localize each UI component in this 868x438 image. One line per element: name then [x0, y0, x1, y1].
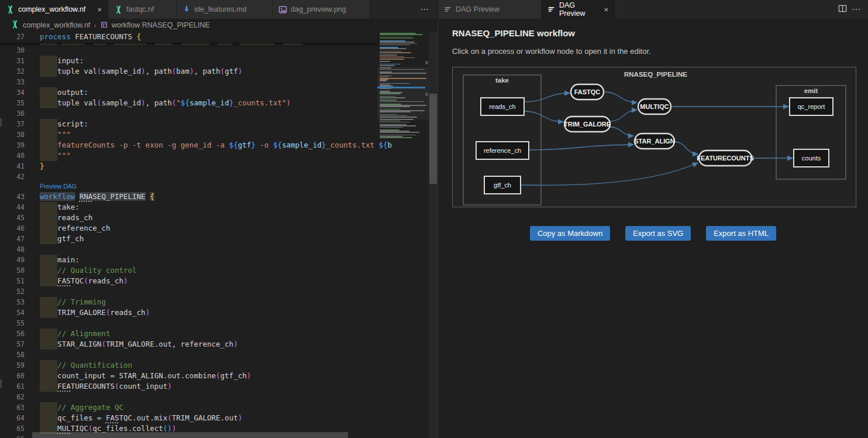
code-text: tuple val(sample_id), path(bam), path(gt… — [40, 66, 242, 77]
code-line[interactable]: 58 — [0, 350, 377, 360]
code-line[interactable]: 32 tuple val(sample_id), path(bam), path… — [0, 66, 377, 77]
code-line[interactable]: 50 // Quality control — [0, 265, 377, 276]
line-number: 62 — [0, 392, 32, 402]
tab-overflow-button[interactable]: ⋯ — [420, 0, 429, 19]
tab-dag-preview-png[interactable]: dag_preview.png — [273, 0, 370, 19]
code-line[interactable]: 62 — [0, 392, 377, 402]
code-line[interactable]: 41} — [0, 161, 377, 172]
code-line[interactable]: 66 — [0, 434, 377, 438]
line-number: 30 — [0, 45, 32, 56]
line-number: 31 — [0, 56, 32, 66]
code-line[interactable]: 36 — [0, 108, 377, 119]
code-line[interactable]: 53 // Trimming — [0, 297, 377, 307]
code-line[interactable]: 49 main: — [0, 255, 377, 265]
vertical-scrollbar-thumb[interactable] — [429, 94, 437, 184]
code-line[interactable]: 42 — [0, 172, 377, 182]
dag-node-featurecounts[interactable]: FEATURECOUNTS — [697, 150, 754, 166]
line-number: 34 — [0, 87, 32, 98]
tab-label: ide_features.md — [194, 5, 247, 13]
tab-dag-preview[interactable]: DAG Preview — [438, 0, 542, 19]
breadcrumb-symbol[interactable]: workflow RNASEQ_PIPELINE — [112, 21, 210, 29]
code-line[interactable]: 44 take: — [0, 202, 377, 213]
code-line[interactable]: 63 // Aggregate QC — [0, 402, 377, 413]
code-lines: 3031 input:32 tuple val(sample_id), path… — [0, 45, 377, 438]
dag-edge — [524, 93, 570, 102]
close-tab-icon[interactable]: × — [92, 5, 102, 14]
tab-label: dag_preview.png — [291, 5, 346, 13]
tab-ide-features-md[interactable]: ide_features.md — [177, 0, 273, 19]
code-text: FASTQC(reads_ch) — [40, 276, 128, 286]
vertical-scrollbar[interactable] — [429, 32, 438, 438]
code-line[interactable]: 38 """ — [0, 129, 377, 140]
code-line[interactable]: 30 — [0, 45, 377, 56]
code-line[interactable]: 60 count_input = STAR_ALIGN.out.combine(… — [0, 371, 377, 381]
code-line[interactable]: 52 — [0, 286, 377, 297]
code-text: // Trimming — [40, 297, 106, 307]
code-line[interactable]: 27process FEATURECOUNTS { — [0, 32, 377, 42]
dag-title: RNASEQ_PIPELINE — [624, 71, 687, 78]
code-line[interactable]: 51 FASTQC(reads_ch) — [0, 276, 377, 286]
code-line[interactable]: 65 MULTIQC(qc_files.collect()) — [0, 423, 377, 434]
close-tab-icon[interactable]: × — [599, 5, 608, 14]
line-number: 61 — [0, 381, 32, 392]
export-as-svg-button[interactable]: Export as SVG — [625, 226, 691, 241]
preview-list-icon — [444, 5, 452, 13]
code-line[interactable]: 55 — [0, 318, 377, 328]
code-line[interactable]: 39 featureCounts -p -t exon -g gene_id -… — [0, 140, 377, 150]
line-number: 64 — [0, 413, 32, 423]
minimap[interactable] — [377, 32, 429, 432]
tab-dag-preview[interactable]: DAG Preview× — [542, 0, 615, 19]
breadcrumb-file[interactable]: complex_workflow.nf — [23, 21, 90, 29]
nextflow-file-icon — [11, 20, 19, 30]
tab-complex-workflow-nf[interactable]: complex_workflow.nf× — [0, 0, 108, 19]
split-editor-button[interactable] — [838, 0, 847, 19]
code-line[interactable]: 43workflow RNASEQ_PIPELINE { — [0, 191, 377, 202]
sticky-scroll-line[interactable]: 27process FEATURECOUNTS { — [0, 32, 377, 43]
code-text: count_input = STAR_ALIGN.out.combine(gtf… — [40, 371, 251, 381]
code-line[interactable]: 35 tuple val(sample_id), path("${sample_… — [0, 98, 377, 108]
code-text: FEATURECOUNTS(count_input) — [40, 381, 172, 392]
dag-edge — [604, 92, 637, 102]
dag-node-multiqc[interactable]: MULTIQC — [638, 99, 671, 114]
minimap-slider[interactable] — [377, 67, 429, 119]
code-line[interactable]: 46 reference_ch — [0, 223, 377, 234]
code-line[interactable]: 47 gtf_ch — [0, 234, 377, 244]
code-line[interactable]: 31 input: — [0, 56, 377, 66]
code-line[interactable]: 61 FEATURECOUNTS(count_input) — [0, 381, 377, 392]
tab-fastqc-nf[interactable]: fastqc.nf — [108, 0, 177, 19]
dag-heading: RNASEQ_PIPELINE workflow — [452, 28, 868, 38]
code-editor[interactable]: 27process FEATURECOUNTS { 3031 input:32 … — [0, 32, 438, 438]
dag-node-trim_galore[interactable]: TRIM_GALORE — [564, 117, 611, 132]
code-line[interactable]: 45 reads_ch — [0, 213, 377, 223]
dag-node-counts[interactable]: counts — [794, 149, 829, 167]
codelens-preview-dag-link[interactable]: Preview DAG — [40, 182, 77, 191]
dag-node-reads_ch[interactable]: reads_ch — [481, 98, 524, 115]
code-text: main: — [40, 255, 80, 265]
ellipsis-icon: ⋯ — [852, 4, 861, 15]
code-line[interactable]: 57 STAR_ALIGN(TRIM_GALORE.out, reference… — [0, 339, 377, 350]
code-text: """ — [40, 129, 71, 140]
md-arrow-icon — [182, 5, 191, 13]
dag-node-label: FASTQC — [574, 88, 601, 95]
dag-node-star_align[interactable]: STAR_ALIGN — [634, 134, 675, 149]
overview-ruler-mark — [425, 93, 428, 96]
code-text: process FEATURECOUNTS { — [40, 32, 141, 42]
copy-as-markdown-button[interactable]: Copy as Markdown — [530, 226, 610, 241]
code-line[interactable]: 48 — [0, 244, 377, 255]
editor-actions-button[interactable]: ⋯ — [852, 0, 861, 19]
code-line[interactable]: 37 script: — [0, 119, 377, 129]
export-as-html-button[interactable]: Export as HTML — [706, 226, 776, 241]
line-number: 27 — [0, 32, 32, 42]
code-line[interactable]: 33 — [0, 77, 377, 87]
split-editor-icon — [838, 4, 847, 15]
code-line[interactable]: 40 """ — [0, 150, 377, 161]
code-line[interactable]: 34 output: — [0, 87, 377, 98]
code-line[interactable]: 54 TRIM_GALORE(reads_ch) — [0, 307, 377, 318]
code-line[interactable]: 64 qc_files = FASTQC.out.mix(TRIM_GALORE… — [0, 413, 377, 423]
dag-node-qc_report[interactable]: qc_report — [790, 98, 833, 115]
code-line[interactable]: 59 // Quantification — [0, 360, 377, 371]
dag-node-gtf_ch[interactable]: gtf_ch — [484, 176, 521, 194]
code-line[interactable]: 56 // Alignment — [0, 328, 377, 339]
dag-node-reference_ch[interactable]: reference_ch — [476, 142, 529, 159]
dag-node-fastqc[interactable]: FASTQC — [571, 84, 604, 100]
